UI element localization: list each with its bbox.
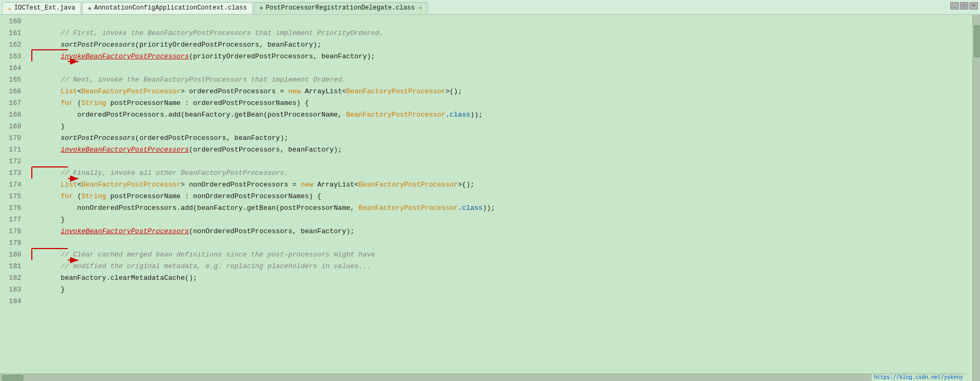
tab-bar: ☕ IOCTest_Ext.java ◈ AnnotationConfigApp… [0, 0, 980, 15]
editor-container: 160 161 // First, invoke the BeanFactory… [0, 15, 980, 381]
line-content: sortPostProcessors(priorityOrderedPostPr… [28, 39, 973, 51]
table-row: 171 invokeBeanFactoryPostProcessors(orde… [0, 144, 973, 156]
table-row: 182 beanFactory.clearMetadataCache(); [0, 272, 973, 284]
table-row: 169 } [0, 121, 973, 132]
line-content: // Finally, invoke all other BeanFactory… [28, 167, 973, 179]
line-number: 180 [0, 249, 28, 261]
line-content: List<BeanFactoryPostProcessor> nonOrdere… [28, 179, 973, 191]
line-number: 164 [0, 63, 28, 74]
line-content: // First, invoke the BeanFactoryPostProc… [28, 28, 973, 39]
table-row: 168 orderedPostProcessors.add(beanFactor… [0, 109, 973, 121]
line-content [28, 63, 973, 74]
line-number: 175 [0, 191, 28, 202]
line-content: } [28, 284, 973, 296]
line-content: // modified the original metadata, e.g. … [28, 261, 973, 272]
line-number: 176 [0, 202, 28, 214]
tab-label: IOCTest_Ext.java [14, 4, 75, 12]
line-content [28, 16, 973, 28]
tab-label: AnnotationConfigApplicationContext.class [94, 4, 247, 12]
line-content: // Next, invoke the BeanFactoryPostProce… [28, 74, 973, 86]
table-row: 163 invokeBeanFactoryPostProcessors(prio… [0, 51, 973, 63]
table-row: 174 List<BeanFactoryPostProcessor> nonOr… [0, 179, 973, 191]
code-area[interactable]: 160 161 // First, invoke the BeanFactory… [0, 15, 973, 381]
table-row: 160 [0, 16, 973, 28]
tab-ioctest[interactable]: ☕ IOCTest_Ext.java [2, 2, 81, 14]
table-row: 178 invokeBeanFactoryPostProcessors(nonO… [0, 226, 973, 237]
v-scroll-thumb[interactable] [974, 25, 979, 57]
table-row: 162 sortPostProcessors(priorityOrderedPo… [0, 39, 973, 51]
line-content [28, 296, 973, 307]
table-row: 183 } [0, 284, 973, 296]
line-content: orderedPostProcessors.add(beanFactory.ge… [28, 109, 973, 121]
line-number: 182 [0, 272, 28, 284]
minimize-button[interactable]: _ [950, 2, 959, 10]
line-number: 165 [0, 74, 28, 86]
line-number: 166 [0, 86, 28, 98]
line-number: 167 [0, 98, 28, 109]
maximize-button[interactable]: □ [960, 2, 968, 10]
table-row: 166 List<BeanFactoryPostProcessor> order… [0, 86, 973, 98]
table-row: 184 [0, 296, 973, 307]
table-row: 180 // Clear cached merged bean definiti… [0, 249, 973, 261]
line-content [28, 237, 973, 249]
window-controls: _ □ × [950, 2, 978, 10]
class-icon: ◈ [260, 4, 264, 11]
java-icon: ☕ [8, 5, 12, 12]
line-number: 160 [0, 16, 28, 28]
table-row: 165 // Next, invoke the BeanFactoryPostP… [0, 74, 973, 86]
line-number: 162 [0, 39, 28, 51]
line-number: 170 [0, 132, 28, 144]
close-button[interactable]: × [969, 2, 978, 10]
line-number: 171 [0, 144, 28, 156]
table-row: 181 // modified the original metadata, e… [0, 261, 973, 272]
horizontal-scrollbar[interactable] [0, 374, 965, 381]
line-number: 184 [0, 296, 28, 307]
table-row: 175 for (String postProcessorName : nonO… [0, 191, 973, 202]
table-row: 170 sortPostProcessors(orderedPostProces… [0, 132, 973, 144]
table-row: 177 } [0, 214, 973, 226]
line-number: 183 [0, 284, 28, 296]
table-row: 172 [0, 156, 973, 167]
line-number: 174 [0, 179, 28, 191]
url-text: https://blog.csdn.net/yskeny [874, 375, 963, 380]
line-number: 161 [0, 28, 28, 39]
line-content: List<BeanFactoryPostProcessor> orderedPo… [28, 86, 973, 98]
line-number: 178 [0, 226, 28, 237]
tab-label: PostProcessorRegistrationDelegate.class [266, 4, 415, 12]
line-number: 179 [0, 237, 28, 249]
line-number: 169 [0, 121, 28, 132]
line-content: for (String postProcessorName : nonOrder… [28, 191, 973, 202]
line-number: 168 [0, 109, 28, 121]
line-content: } [28, 214, 973, 226]
class-icon: ◈ [88, 5, 92, 12]
url-bar: https://blog.csdn.net/yskeny [872, 374, 965, 381]
line-number: 177 [0, 214, 28, 226]
line-content: nonOrderedPostProcessors.add(beanFactory… [28, 202, 973, 214]
line-content: sortPostProcessors(orderedPostProcessors… [28, 132, 973, 144]
table-row: 176 nonOrderedPostProcessors.add(beanFac… [0, 202, 973, 214]
line-content: beanFactory.clearMetadataCache(); [28, 272, 973, 284]
table-row: 167 for (String postProcessorName : orde… [0, 98, 973, 109]
line-number: 173 [0, 167, 28, 179]
line-content: invokeBeanFactoryPostProcessors(orderedP… [28, 144, 973, 156]
h-scroll-thumb[interactable] [2, 375, 23, 380]
line-content [28, 156, 973, 167]
vertical-scrollbar[interactable] [973, 15, 980, 381]
tab-close-icon[interactable]: ✕ [419, 5, 422, 11]
line-number: 172 [0, 156, 28, 167]
table-row: 164 [0, 63, 973, 74]
table-row: 179 [0, 237, 973, 249]
line-content: invokeBeanFactoryPostProcessors(nonOrder… [28, 226, 973, 237]
line-content: } [28, 121, 973, 132]
tab-annotationconfig[interactable]: ◈ AnnotationConfigApplicationContext.cla… [82, 2, 253, 14]
code-lines: 160 161 // First, invoke the BeanFactory… [0, 15, 973, 308]
table-row: 161 // First, invoke the BeanFactoryPost… [0, 28, 973, 39]
line-number: 181 [0, 261, 28, 272]
line-content: invokeBeanFactoryPostProcessors(priority… [28, 51, 973, 63]
table-row: 173 // Finally, invoke all other BeanFac… [0, 167, 973, 179]
line-number: 163 [0, 51, 28, 63]
line-content: // Clear cached merged bean definitions … [28, 249, 973, 261]
tab-postprocessor[interactable]: ◈ PostProcessorRegistrationDelegate.clas… [254, 2, 428, 14]
line-content: for (String postProcessorName : orderedP… [28, 98, 973, 109]
